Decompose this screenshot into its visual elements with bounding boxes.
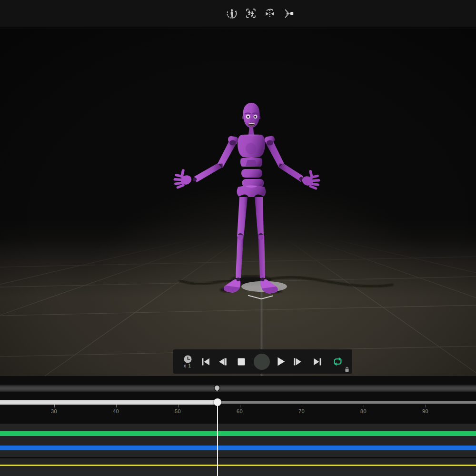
lock-icon — [345, 367, 349, 372]
rotate-character-button[interactable] — [226, 7, 238, 20]
stop-button[interactable] — [234, 349, 249, 374]
skip-to-end-button[interactable] — [310, 349, 325, 374]
record-icon — [254, 354, 270, 370]
character-mannequin[interactable] — [173, 103, 320, 294]
range-slider-handle[interactable] — [215, 386, 219, 390]
track-group-divider — [0, 457, 476, 458]
frame-characters-button[interactable] — [245, 7, 257, 20]
ruler-tick-label: 30 — [51, 408, 57, 414]
playhead-line[interactable] — [217, 405, 218, 476]
ruler-tick-label: 40 — [113, 408, 119, 414]
ruler-tick — [178, 405, 178, 407]
mannequin-left-arm — [173, 139, 237, 189]
ruler-tick — [302, 405, 302, 407]
viewport-toolbar — [0, 0, 476, 28]
timeline-range-slider[interactable] — [0, 385, 476, 392]
app-window: x 1 — [0, 0, 476, 476]
mannequin-right-arm — [266, 139, 320, 190]
skip-to-end-icon — [313, 358, 322, 366]
ruler-tick-label: 60 — [237, 408, 243, 414]
loop-icon — [332, 357, 343, 367]
ruler-tick — [364, 405, 364, 407]
step-back-icon — [218, 358, 227, 366]
ruler-tick-label: 50 — [175, 408, 181, 414]
camera-view-button[interactable] — [283, 7, 295, 20]
step-forward-icon — [293, 358, 302, 366]
record-button[interactable] — [252, 349, 271, 374]
timeline-tracks — [0, 424, 476, 476]
progress-elapsed — [0, 400, 218, 405]
viewport-3d[interactable] — [0, 29, 476, 376]
ruler-tick — [240, 405, 240, 407]
playback-speed-label: x 1 — [184, 364, 191, 368]
mirror-pose-button[interactable] — [264, 7, 276, 20]
step-back-button[interactable] — [215, 349, 230, 374]
skip-to-start-icon — [201, 358, 210, 366]
ruler-tick-label: 70 — [298, 408, 305, 414]
playbar-lock-button[interactable] — [345, 366, 349, 374]
timeline-ruler[interactable]: 30405060708090 — [0, 405, 476, 424]
track-blue[interactable] — [0, 446, 476, 450]
ruler-tick — [426, 405, 426, 407]
step-forward-button[interactable] — [290, 349, 305, 374]
ruler-tick-label: 90 — [422, 408, 428, 414]
root-gizmo-chevron[interactable] — [248, 296, 273, 299]
playback-speed-button[interactable]: x 1 — [180, 349, 195, 374]
ruler-tick — [54, 405, 55, 407]
timeline-panel: 30405060708090 — [0, 376, 476, 476]
mannequin-head — [242, 103, 260, 128]
mirror-pose-icon — [264, 7, 276, 20]
play-icon — [277, 357, 285, 366]
mannequin-torso — [228, 125, 275, 197]
ruler-tick-label: 80 — [360, 408, 367, 414]
track-green[interactable] — [0, 431, 476, 436]
scene-overlay — [0, 29, 476, 376]
play-button[interactable] — [273, 349, 289, 374]
track-yellow[interactable] — [0, 465, 476, 466]
timeline-progress-track[interactable] — [0, 400, 476, 405]
skip-to-start-button[interactable] — [198, 349, 213, 374]
playback-speed-clock-icon — [184, 355, 192, 363]
character-shadow — [179, 276, 393, 293]
progress-remaining — [218, 401, 476, 404]
ruler-tick — [116, 405, 117, 407]
rotate-character-icon — [226, 7, 238, 20]
frame-characters-icon — [245, 7, 257, 20]
playback-bar: x 1 — [173, 349, 352, 374]
camera-view-icon — [283, 7, 295, 20]
stop-icon — [238, 358, 245, 366]
loop-button[interactable] — [329, 349, 346, 374]
